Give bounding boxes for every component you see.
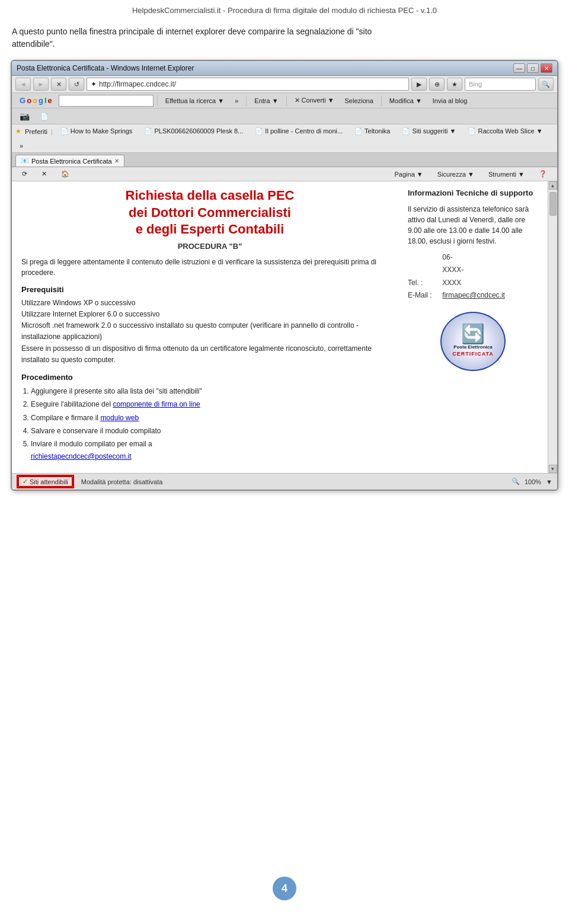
tab-label: Posta Elettronica Certificata bbox=[31, 158, 112, 165]
prereq-title: Prerequisiti bbox=[21, 285, 398, 294]
proc-item-3: Compilare e firmare il modulo web bbox=[31, 412, 398, 424]
active-tab[interactable]: 📧 Posta Elettronica Certificata ✕ bbox=[15, 155, 124, 167]
tab-close-button[interactable]: ✕ bbox=[114, 158, 119, 164]
fav-how-to[interactable]: 📄 How to Make Springs bbox=[56, 126, 137, 137]
toolbar-google[interactable]: G o o g l e bbox=[15, 94, 56, 107]
refresh-button[interactable]: ↺ bbox=[69, 78, 84, 91]
status-left: ✓ Siti attendibili Modalità protetta: di… bbox=[17, 475, 162, 488]
tel-value: 06-XXXX-XXXX bbox=[442, 251, 472, 290]
snagit-icon[interactable]: 📷 bbox=[15, 110, 34, 123]
pec-badge-icon: 🔄 bbox=[461, 324, 485, 343]
col-left: Richiesta della casella PEC dei Dottori … bbox=[21, 187, 398, 467]
scroll-up-button[interactable]: ▲ bbox=[549, 181, 557, 190]
snagit-extra[interactable]: 📄 bbox=[36, 111, 53, 122]
maximize-button[interactable]: □ bbox=[527, 63, 539, 73]
link-modulo[interactable]: modulo web bbox=[100, 414, 139, 422]
minimize-button[interactable]: — bbox=[513, 63, 525, 73]
toolbar-more[interactable]: » bbox=[231, 95, 242, 106]
sep3 bbox=[286, 95, 287, 106]
browser-window: Posta Elettronica Certificata - Windows … bbox=[11, 60, 558, 491]
procedimento-title: Procedimento bbox=[21, 373, 398, 382]
fav-plesk[interactable]: 📄 PLSK006626060009 Plesk 8... bbox=[140, 126, 247, 137]
fav-raccolta[interactable]: 📄 Raccolta Web Slice ▼ bbox=[463, 126, 546, 137]
pec-title-line3: e degli Esperti Contabili bbox=[21, 221, 398, 238]
status-bar: ✓ Siti attendibili Modalità protetta: di… bbox=[12, 473, 557, 490]
toolbar-effettua[interactable]: Effettua la ricerca ▼ bbox=[161, 95, 228, 106]
email-row: E-Mail : firmapec@cndcec.it bbox=[408, 289, 538, 302]
info-box-title: Informazioni Tecniche di supporto bbox=[408, 187, 538, 199]
info-box-body: Il servizio di assistenza telefonico sar… bbox=[408, 204, 538, 247]
snagit-toolbar: 📷 📄 bbox=[12, 108, 557, 124]
search-button[interactable]: 🔍 bbox=[538, 78, 554, 91]
favorites-star-icon: ★ bbox=[15, 127, 21, 135]
toolbar-seleziona[interactable]: Seleziona bbox=[341, 95, 378, 106]
forward-button[interactable]: ► bbox=[33, 78, 49, 91]
email-value[interactable]: firmapec@cndcec.it bbox=[442, 289, 472, 302]
sep4 bbox=[381, 95, 382, 106]
browser-title: Posta Elettronica Certificata - Windows … bbox=[17, 64, 194, 72]
google-logo-g: g bbox=[39, 96, 43, 105]
go-button[interactable]: ▶ bbox=[411, 78, 427, 91]
pec-procedure: PROCEDURA "B" bbox=[21, 242, 398, 251]
title-bar: Posta Elettronica Certificata - Windows … bbox=[12, 61, 557, 76]
link-email[interactable]: richiestapecndcec@postecom.it bbox=[31, 452, 132, 461]
col-right: Informazioni Tecniche di supporto Il ser… bbox=[408, 187, 538, 467]
stop-button[interactable]: ✕ bbox=[51, 78, 66, 91]
siti-label: Siti attendibili bbox=[30, 478, 68, 485]
toolbar-invia[interactable]: Invia al blog bbox=[429, 95, 472, 106]
google-logo-text: G bbox=[20, 96, 25, 105]
fav-more[interactable]: » bbox=[15, 140, 27, 151]
fav-teltonika[interactable]: 📄 Teltonika bbox=[350, 126, 394, 137]
pec-badge-wrapper: 🔄 Posta Elettronica CERTIFICATA bbox=[408, 312, 538, 371]
google-logo-o2: o bbox=[33, 96, 37, 105]
favorites-bar: ★ Preferiti | 📄 How to Make Springs 📄 PL… bbox=[12, 124, 557, 153]
cmd-pagina[interactable]: Pagina ▼ bbox=[389, 169, 429, 180]
cmd-help[interactable]: ❓ bbox=[533, 168, 552, 180]
toolbar-entra[interactable]: Entra ▼ bbox=[250, 95, 282, 106]
prereq-item-3: Microsoft .net framework 2.0 o successiv… bbox=[21, 320, 398, 343]
favorites-add-button[interactable]: ★ bbox=[447, 78, 462, 91]
prereq-item-2: Utilizzare Internet Explorer 6.0 o succe… bbox=[21, 309, 398, 320]
pec-badge: 🔄 Posta Elettronica CERTIFICATA bbox=[440, 312, 506, 371]
status-right: 🔍 100% ▼ bbox=[512, 478, 552, 485]
cmd-refresh[interactable]: ⟳ bbox=[17, 168, 33, 180]
toolbar-modifica[interactable]: Modifica ▼ bbox=[385, 95, 426, 106]
address-field[interactable]: ✦ http://firmapec.cndcec.it/ bbox=[87, 78, 409, 91]
scroll-down-button[interactable]: ▼ bbox=[549, 465, 557, 473]
scrollbar[interactable]: ▲ ▼ bbox=[548, 181, 557, 473]
email-label: E-Mail : bbox=[408, 289, 440, 302]
siti-check-icon: ✓ bbox=[23, 478, 28, 485]
cmd-home[interactable]: 🏠 bbox=[56, 168, 75, 180]
cmd-strumenti[interactable]: Strumenti ▼ bbox=[483, 169, 530, 180]
fav-polline[interactable]: 📄 Il polline - Centro di moni... bbox=[251, 126, 347, 137]
back-button[interactable]: ◄ bbox=[15, 78, 31, 91]
page-header: HelpdeskCommercialisti.it - Procedura di… bbox=[0, 0, 569, 18]
page-number: 4 bbox=[273, 877, 296, 900]
close-button[interactable]: ✕ bbox=[541, 63, 552, 73]
fav-siti[interactable]: 📄 Siti suggeriti ▼ bbox=[398, 126, 460, 137]
zoom-dropdown[interactable]: ▼ bbox=[546, 478, 552, 485]
search-field[interactable]: Bing bbox=[465, 78, 536, 91]
bing-text: Bing bbox=[469, 81, 482, 88]
siti-attendibili-wrapper: ✓ Siti attendibili bbox=[17, 475, 74, 488]
nav-extra-button[interactable]: ⊕ bbox=[429, 78, 445, 91]
proc-item-5: Inviare il modulo compilato per email a … bbox=[31, 438, 398, 462]
browser-content: Richiesta della casella PEC dei Dottori … bbox=[12, 181, 557, 473]
toolbar-converti[interactable]: ✕ Converti ▼ bbox=[290, 95, 338, 106]
zoom-level: 100% bbox=[525, 478, 541, 485]
pec-title-line1: Richiesta della casella PEC bbox=[21, 187, 398, 204]
proc-item-1: Aggiungere il presente sito alla lista d… bbox=[31, 385, 398, 397]
title-bar-buttons: — □ ✕ bbox=[513, 63, 552, 73]
google-logo-o1: o bbox=[27, 96, 31, 105]
link-componente[interactable]: componente di firma on line bbox=[113, 400, 200, 408]
favorites-label: Preferiti bbox=[25, 128, 47, 135]
prereq-item-1: Utilizzare Windows XP o successivo bbox=[21, 298, 398, 309]
cmd-stop[interactable]: ✕ bbox=[36, 168, 52, 180]
siti-attendibili-button[interactable]: ✓ Siti attendibili bbox=[18, 476, 73, 487]
cmd-sicurezza[interactable]: Sicurezza ▼ bbox=[432, 169, 480, 180]
google-logo-e: e bbox=[48, 96, 52, 105]
google-search-input[interactable] bbox=[59, 95, 154, 107]
pec-badge-text: Posta Elettronica bbox=[453, 344, 492, 350]
scroll-thumb[interactable] bbox=[549, 192, 557, 216]
prereq-item-4: Essere in possesso di un dispositivo di … bbox=[21, 343, 398, 366]
